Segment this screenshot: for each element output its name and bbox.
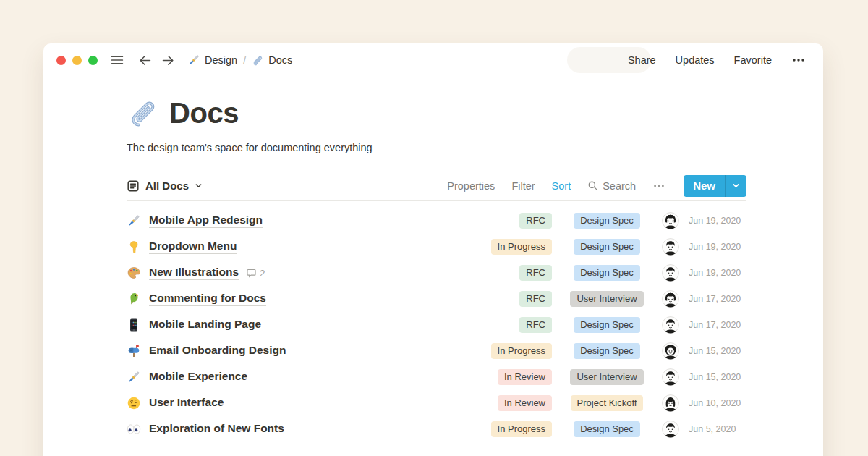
window-controls[interactable] <box>56 56 98 65</box>
mailbox-emoji-icon <box>127 344 141 358</box>
table-row[interactable]: New Illustrations 2 RFC Design Spec Jun … <box>127 260 746 286</box>
page-title: Docs <box>169 97 239 129</box>
updates-button[interactable]: Updates <box>676 54 715 66</box>
share-button[interactable]: Share <box>628 54 656 66</box>
new-button[interactable]: New <box>684 175 746 197</box>
favorite-button[interactable]: Favorite <box>734 54 772 66</box>
doc-title-link[interactable]: Dropdown Menu <box>149 240 237 254</box>
edited-date: Jun 5, 2020 <box>689 424 746 434</box>
toolbar-ellipsis-icon[interactable] <box>652 180 665 193</box>
doc-title-link[interactable]: New Illustrations <box>149 266 239 280</box>
edited-date: Jun 19, 2020 <box>689 242 746 252</box>
edited-date: Jun 15, 2020 <box>689 372 746 382</box>
top-bar: Design / Docs Share Updates Favorite <box>43 43 823 77</box>
comment-count[interactable]: 2 <box>246 268 265 279</box>
status-badge[interactable]: RFC <box>519 291 552 307</box>
avatar-woman-headphones[interactable] <box>662 290 679 308</box>
zoom-window-button[interactable] <box>88 56 98 65</box>
page-subtitle: The design team's space for documenting … <box>127 142 746 153</box>
status-badge[interactable]: RFC <box>519 265 552 281</box>
properties-button[interactable]: Properties <box>447 180 495 192</box>
paintbrush-icon <box>187 54 200 67</box>
avatar-man[interactable] <box>662 316 679 334</box>
doc-title-link[interactable]: User Interface <box>149 396 224 410</box>
avatar-woman-headphones[interactable] <box>662 212 679 229</box>
category-badge[interactable]: Design Spec <box>574 421 640 437</box>
status-badge[interactable]: In Review <box>498 369 552 385</box>
edited-date: Jun 17, 2020 <box>689 294 746 304</box>
breadcrumb-label: Design <box>205 54 237 66</box>
view-switcher-label: All Docs <box>145 180 189 192</box>
category-badge[interactable]: Project Kickoff <box>571 395 644 411</box>
category-badge[interactable]: Design Spec <box>574 343 640 359</box>
doc-title-link[interactable]: Exploration of New Fonts <box>149 422 284 436</box>
back-arrow-icon[interactable] <box>137 53 153 68</box>
new-button-label[interactable]: New <box>684 175 725 197</box>
paperclip-icon <box>252 54 264 67</box>
breadcrumb-item-design[interactable]: Design <box>187 54 237 67</box>
paintbrush-emoji-icon <box>127 214 141 228</box>
status-badge[interactable]: RFC <box>519 317 552 333</box>
doc-table: Mobile App Redesign RFC Design Spec Jun … <box>127 201 746 442</box>
palette-emoji-icon <box>127 266 141 280</box>
category-badge[interactable]: User Interview <box>570 369 643 385</box>
table-row[interactable]: Commenting for Docs RFC User Interview J… <box>127 286 746 312</box>
doc-title-link[interactable]: Mobile Landing Page <box>149 318 261 332</box>
category-badge[interactable]: Design Spec <box>574 317 640 333</box>
doc-title-link[interactable]: Commenting for Docs <box>149 292 266 306</box>
status-badge[interactable]: In Progress <box>491 239 552 255</box>
table-row[interactable]: Mobile Experience In Review User Intervi… <box>127 364 746 390</box>
search-label: Search <box>603 180 636 192</box>
edited-date: Jun 19, 2020 <box>689 268 746 278</box>
category-badge[interactable]: Design Spec <box>574 239 640 255</box>
list-view-icon <box>127 180 140 193</box>
app-window: Design / Docs Share Updates Favorite Doc… <box>43 43 823 456</box>
doc-title-link[interactable]: Email Onboarding Design <box>149 344 286 358</box>
avatar-woman-curly[interactable] <box>662 342 679 360</box>
search-icon <box>587 180 598 191</box>
breadcrumb: Design / Docs <box>187 54 292 67</box>
table-row[interactable]: User Interface In Review Project Kickoff… <box>127 390 746 416</box>
paperclip-page-icon[interactable] <box>127 96 160 130</box>
breadcrumb-item-docs[interactable]: Docs <box>252 54 292 67</box>
doc-title-link[interactable]: Mobile Experience <box>149 370 247 384</box>
view-toolbar: All Docs Properties Filter Sort Search N… <box>127 171 746 201</box>
pointing-down-emoji-icon <box>127 240 141 254</box>
category-badge[interactable]: Design Spec <box>574 213 640 229</box>
chevron-down-icon <box>195 182 203 190</box>
close-window-button[interactable] <box>56 56 66 65</box>
avatar-man[interactable] <box>662 238 679 256</box>
filter-button[interactable]: Filter <box>511 180 535 192</box>
status-badge[interactable]: In Progress <box>491 421 552 437</box>
ellipsis-icon[interactable] <box>791 53 806 67</box>
doc-title-link[interactable]: Mobile App Redesign <box>149 214 263 228</box>
category-badge[interactable]: User Interview <box>570 291 643 307</box>
forward-arrow-icon[interactable] <box>161 53 176 68</box>
table-row[interactable]: Mobile Landing Page RFC Design Spec Jun … <box>127 312 746 338</box>
avatar-man[interactable] <box>662 368 679 386</box>
table-row[interactable]: Email Onboarding Design In Progress Desi… <box>127 338 746 364</box>
view-switcher[interactable]: All Docs <box>127 180 203 193</box>
page-header: Docs <box>127 96 746 130</box>
table-row[interactable]: Dropdown Menu In Progress Design Spec Ju… <box>127 234 746 260</box>
avatar-man[interactable] <box>662 264 679 282</box>
search-button[interactable]: Search <box>587 180 636 192</box>
category-badge[interactable]: Design Spec <box>574 265 640 281</box>
breadcrumb-label: Docs <box>268 54 292 66</box>
hamburger-icon[interactable] <box>109 52 125 68</box>
minimize-window-button[interactable] <box>72 56 82 65</box>
status-badge[interactable]: In Progress <box>491 343 552 359</box>
edited-date: Jun 17, 2020 <box>689 320 746 330</box>
edited-date: Jun 10, 2020 <box>689 398 746 408</box>
comment-bubble-icon <box>246 268 257 279</box>
status-badge[interactable]: In Review <box>498 395 552 411</box>
avatar-man[interactable] <box>662 421 679 438</box>
new-button-chevron[interactable] <box>725 175 746 197</box>
sort-button[interactable]: Sort <box>552 180 571 192</box>
table-row[interactable]: Exploration of New Fonts In Progress Des… <box>127 416 746 442</box>
avatar-woman-bob[interactable] <box>662 394 679 412</box>
status-badge[interactable]: RFC <box>519 213 552 229</box>
paintbrush-emoji-icon <box>127 370 141 384</box>
table-row[interactable]: Mobile App Redesign RFC Design Spec Jun … <box>127 208 746 234</box>
chevron-down-icon <box>732 182 740 190</box>
